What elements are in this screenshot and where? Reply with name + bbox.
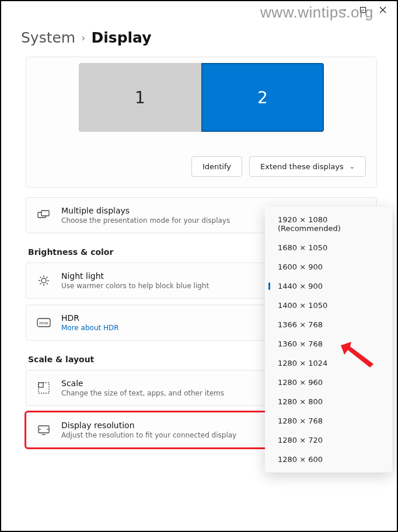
svg-text:HDR: HDR [40,321,48,326]
identify-button[interactable]: Identify [191,156,242,177]
svg-point-6 [41,278,46,283]
resolution-option[interactable]: 1600 × 900 [265,257,392,276]
identify-label: Identify [203,162,231,171]
breadcrumb: System › Display [1,19,397,57]
svg-rect-1 [361,8,366,13]
breadcrumb-current: Display [91,29,151,46]
hdr-icon: HDR [36,318,52,327]
multiple-displays-icon [36,210,52,220]
resolution-option[interactable]: 1280 × 768 [265,411,392,430]
chevron-down-icon: ⌄ [350,163,355,170]
breadcrumb-parent[interactable]: System [21,29,75,46]
monitors-panel: 1 2 Identify Extend these displays ⌄ [26,57,377,188]
resolution-option[interactable]: 1920 × 1080 (Recommended) [265,210,392,238]
resolution-option[interactable]: 1366 × 768 [265,315,392,334]
resolution-option[interactable]: 1280 × 1024 [265,354,392,373]
svg-line-13 [40,284,41,285]
resolution-option[interactable]: 1280 × 800 [265,392,392,411]
chevron-right-icon: › [81,32,85,44]
monitor-2[interactable]: 2 [201,63,324,132]
resolution-dropdown-flyout[interactable]: 1920 × 1080 (Recommended)1680 × 10501600… [265,206,392,473]
svg-line-14 [47,277,48,278]
close-button[interactable] [378,5,387,15]
svg-rect-5 [41,211,49,216]
svg-rect-17 [39,383,43,387]
monitor-1[interactable]: 1 [79,63,201,132]
resolution-option[interactable]: 1440 × 900 [265,276,392,296]
minimize-button[interactable] [338,5,348,15]
resolution-option[interactable]: 1280 × 720 [265,430,392,450]
display-mode-dropdown[interactable]: Extend these displays ⌄ [249,156,366,177]
resolution-option[interactable]: 1400 × 1050 [265,296,392,315]
night-light-icon [36,274,52,287]
resolution-option[interactable]: 1280 × 600 [265,450,392,469]
svg-line-12 [47,284,48,285]
svg-line-11 [40,277,41,278]
resolution-option[interactable]: 1280 × 960 [265,373,392,392]
display-mode-label: Extend these displays [260,162,344,171]
resolution-option[interactable]: 1360 × 768 [265,334,392,354]
resolution-icon [36,425,52,435]
resolution-option[interactable]: 1680 × 1050 [265,238,392,257]
scale-icon [36,382,52,394]
maximize-button[interactable] [358,5,368,15]
svg-rect-18 [39,383,49,393]
